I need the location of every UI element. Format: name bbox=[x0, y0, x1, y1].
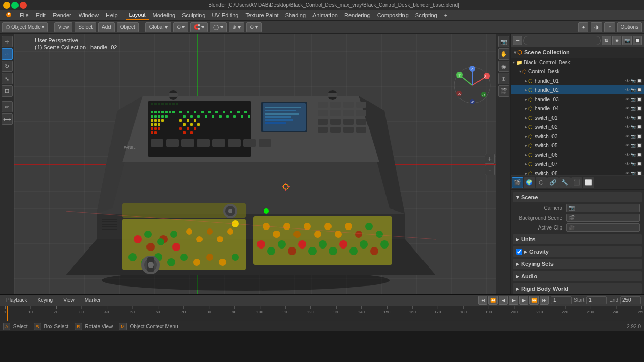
tab-animation[interactable]: Animation bbox=[309, 11, 341, 20]
viewport-overlays[interactable]: ⊙ ▾ bbox=[246, 22, 262, 32]
camera-value[interactable]: 📷 bbox=[566, 204, 640, 212]
timeline-ruler[interactable] bbox=[0, 306, 644, 321]
menu-blender[interactable] bbox=[2, 10, 15, 21]
tl-keying-menu[interactable]: Keying bbox=[34, 296, 57, 304]
minimize-button[interactable] bbox=[3, 2, 10, 9]
render-toggle-switch_03[interactable]: 🔲 bbox=[637, 134, 642, 139]
eye-toggle-switch_01[interactable]: 👁 bbox=[625, 116, 630, 120]
transform-tool[interactable]: ⊞ bbox=[2, 85, 13, 97]
material-props-icon[interactable]: ⬛ bbox=[571, 177, 582, 188]
render-toggle-handle_03[interactable]: 🔲 bbox=[637, 97, 642, 102]
eye-toggle-handle_04[interactable]: 👁 bbox=[625, 106, 630, 111]
measure-tool[interactable]: ⟷ bbox=[2, 113, 13, 125]
view-menu[interactable]: View bbox=[54, 22, 73, 32]
tab-modeling[interactable]: Modeling bbox=[150, 11, 179, 20]
render-toggle-switch_07[interactable]: 🔲 bbox=[637, 162, 642, 166]
eye-toggle-switch_06[interactable]: 👁 bbox=[625, 153, 630, 157]
constraint-props-icon[interactable]: 🔗 bbox=[547, 177, 559, 188]
navigation-gizmo[interactable]: X Y Z -X -Y -Z bbox=[452, 65, 493, 106]
data-props-icon[interactable]: ⬜ bbox=[583, 177, 594, 188]
proportional-edit[interactable]: ◯ ▾ bbox=[210, 22, 227, 32]
tree-item-switch_02[interactable]: ▸ ⬡ switch_02 👁 📷 🔲 bbox=[511, 122, 644, 131]
outliner-search-input[interactable] bbox=[523, 36, 601, 45]
gravity-section-header[interactable]: ▸ Gravity bbox=[513, 246, 642, 257]
tree-item-switch_07[interactable]: ▸ ⬡ switch_07 👁 📷 🔲 bbox=[511, 159, 644, 168]
tree-item-switch_05[interactable]: ▸ ⬡ switch_05 👁 📷 🔲 bbox=[511, 141, 644, 150]
render-toggle-handle_02[interactable]: 🔲 bbox=[637, 88, 642, 92]
select-menu[interactable]: Select bbox=[75, 22, 96, 32]
eye-toggle-handle_03[interactable]: 👁 bbox=[625, 97, 630, 102]
eye-toggle-switch_07[interactable]: 👁 bbox=[625, 162, 630, 166]
transform-global[interactable]: Global ▾ bbox=[145, 22, 171, 32]
zoom-out-btn[interactable]: - bbox=[485, 165, 495, 175]
annotate-tool[interactable]: ✏ bbox=[2, 101, 13, 112]
menu-file[interactable]: File bbox=[16, 11, 32, 20]
tl-view-menu[interactable]: View bbox=[60, 296, 78, 304]
object-mode-selector[interactable]: ⬡ Object Mode ▾ bbox=[2, 22, 48, 32]
tree-item-switch_08[interactable]: ▸ ⬡ switch_08 👁 📷 🔲 bbox=[511, 168, 644, 176]
menu-window[interactable]: Window bbox=[76, 11, 102, 20]
tab-texture-paint[interactable]: Texture Paint bbox=[242, 11, 281, 20]
render-toggle-switch_05[interactable]: 🔲 bbox=[637, 143, 642, 148]
prev-frame-btn[interactable]: ◀ bbox=[499, 296, 508, 305]
world-props-icon[interactable]: 🌍 bbox=[524, 177, 535, 188]
tree-item-handle_01[interactable]: ▸ ⬡ handle_01 👁 📷 🔲 bbox=[511, 76, 644, 85]
pan-view-btn[interactable]: ✋ bbox=[498, 48, 509, 60]
render-toggle-handle_01[interactable]: 🔲 bbox=[637, 79, 642, 83]
cam-toggle-switch_07[interactable]: 📷 bbox=[631, 162, 636, 166]
cam-toggle-switch_05[interactable]: 📷 bbox=[631, 143, 636, 148]
material-ball-btn[interactable]: ◉ bbox=[498, 61, 509, 72]
pivot-point[interactable]: ⊙ ▾ bbox=[173, 22, 189, 32]
add-menu[interactable]: Add bbox=[98, 22, 115, 32]
rotate-tool[interactable]: ↻ bbox=[2, 61, 13, 72]
start-frame-input[interactable] bbox=[586, 296, 607, 304]
object-props-icon[interactable]: ⬡ bbox=[536, 177, 547, 188]
render-toggle-switch_06[interactable]: 🔲 bbox=[637, 153, 642, 157]
cam-toggle-handle_01[interactable]: 📷 bbox=[631, 79, 636, 83]
next-keyframe-btn[interactable]: ⏩ bbox=[529, 296, 539, 305]
outliner-camera-btn[interactable]: 📷 bbox=[622, 36, 632, 45]
compositor-btn[interactable]: ⊕ bbox=[498, 73, 509, 84]
options-button[interactable]: Options bbox=[617, 22, 642, 32]
tree-item-handle_03[interactable]: ▸ ⬡ handle_03 👁 📷 🔲 bbox=[511, 94, 644, 104]
viewport-shading-solid[interactable]: ● bbox=[578, 22, 588, 32]
tab-scripting[interactable]: Scripting bbox=[412, 11, 440, 20]
eye-toggle-handle_01[interactable]: 👁 bbox=[625, 79, 630, 83]
zoom-in-btn[interactable]: + bbox=[485, 154, 495, 164]
current-frame-input[interactable] bbox=[551, 296, 572, 304]
viewport-shading-material[interactable]: ◑ bbox=[591, 22, 602, 32]
tab-compositing[interactable]: Compositing bbox=[374, 11, 412, 20]
menu-help[interactable]: Help bbox=[103, 11, 121, 20]
tab-uv-editing[interactable]: UV Editing bbox=[209, 11, 242, 20]
move-tool[interactable]: ↔ bbox=[2, 48, 13, 60]
jump-start-btn[interactable]: ⏮ bbox=[478, 296, 487, 305]
tab-layout[interactable]: Layout bbox=[126, 11, 149, 20]
next-frame-btn[interactable]: ▶ bbox=[519, 296, 528, 305]
render-toggle-handle_04[interactable]: 🔲 bbox=[637, 106, 642, 111]
eye-toggle-switch_05[interactable]: 👁 bbox=[625, 143, 630, 148]
eye-toggle-handle_02[interactable]: 👁 bbox=[625, 88, 630, 92]
jump-end-btn[interactable]: ⏭ bbox=[540, 296, 549, 305]
render-toggle-switch_02[interactable]: 🔲 bbox=[637, 125, 642, 129]
play-btn[interactable]: ▶ bbox=[509, 296, 518, 305]
outliner-sort-btn[interactable]: ⇅ bbox=[602, 36, 611, 45]
snap-toggle[interactable]: 🧲 ▾ bbox=[190, 22, 208, 32]
cam-toggle-handle_02[interactable]: 📷 bbox=[631, 88, 636, 92]
cam-toggle-switch_02[interactable]: 📷 bbox=[631, 125, 636, 129]
scene-section-header[interactable]: ▾ Scene bbox=[513, 192, 642, 202]
render-toggle-switch_01[interactable]: 🔲 bbox=[637, 116, 642, 120]
scene-props-icon[interactable]: 🎬 bbox=[512, 177, 523, 188]
render-toggle-switch_08[interactable]: 🔲 bbox=[637, 171, 642, 176]
rigid-body-section-header[interactable]: ▸ Rigid Body World bbox=[513, 283, 642, 294]
render-btn[interactable]: 🎬 bbox=[498, 85, 509, 97]
tree-item-switch_03[interactable]: ▸ ⬡ switch_03 👁 📷 🔲 bbox=[511, 131, 644, 141]
tree-item-Black_Control_Desk[interactable]: ▾ 📁 Black_Control_Desk bbox=[511, 58, 644, 67]
tree-item-switch_01[interactable]: ▸ ⬡ switch_01 👁 📷 🔲 bbox=[511, 113, 644, 122]
outliner-render-btn[interactable]: 🔲 bbox=[633, 36, 642, 45]
keying-sets-header[interactable]: ▸ Keying Sets bbox=[513, 259, 642, 269]
eye-toggle-switch_08[interactable]: 👁 bbox=[625, 171, 630, 176]
tree-item-handle_04[interactable]: ▸ ⬡ handle_04 👁 📷 🔲 bbox=[511, 104, 644, 113]
cam-toggle-switch_01[interactable]: 📷 bbox=[631, 116, 636, 120]
cam-toggle-switch_06[interactable]: 📷 bbox=[631, 153, 636, 157]
tab-sculpting[interactable]: Sculpting bbox=[179, 11, 208, 20]
